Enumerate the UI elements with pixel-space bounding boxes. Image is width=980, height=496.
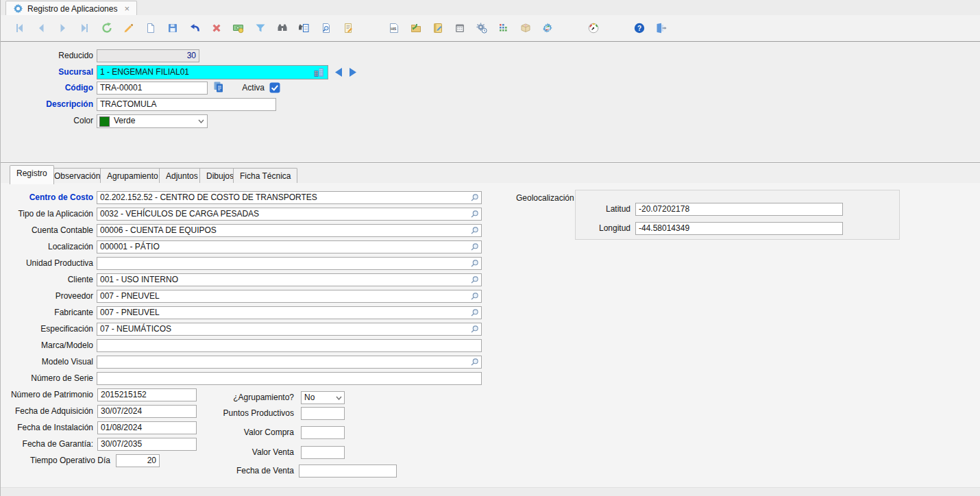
lookup-magnifier-icon[interactable] [470, 210, 479, 219]
color-dropdown[interactable]: Verde [97, 114, 208, 128]
document-tab-title: Registro de Aplicaciones [27, 4, 117, 14]
document-pencil-icon [342, 22, 354, 34]
marca-modelo-label: Marca/Modelo [1, 339, 93, 352]
lookup-magnifier-icon[interactable] [470, 193, 479, 202]
field-row: Número de Serie [1, 372, 494, 386]
delete-button[interactable] [210, 22, 223, 35]
fabricante-field[interactable]: 007 - PNEUVEL [97, 306, 482, 319]
lookup-magnifier-icon[interactable] [470, 292, 479, 301]
activa-checkbox[interactable] [269, 82, 280, 93]
tab-registro[interactable]: Registro [10, 165, 54, 184]
help-button[interactable]: ? [633, 22, 646, 35]
modelo-visual-label: Modelo Visual [1, 356, 93, 369]
lookup-magnifier-icon[interactable] [470, 325, 479, 334]
tab-ficha-tecnica[interactable]: Ficha Técnica [233, 168, 297, 184]
valor-compra-field[interactable] [301, 426, 345, 439]
scheduled-tasks-button[interactable] [475, 22, 488, 35]
tiempo-operativo-field[interactable]: 20 [116, 454, 160, 467]
longitud-label: Longitud [576, 222, 630, 235]
fecha-venta-label: Fecha de Venta [165, 464, 294, 478]
document-tab-registro-aplicaciones[interactable]: Registro de Aplicaciones × [5, 1, 137, 16]
puntos-productivos-label: Puntos Productivos [165, 407, 294, 420]
marca-modelo-field[interactable] [97, 339, 482, 352]
modelo-visual-field[interactable] [97, 356, 482, 369]
edit-button[interactable] [122, 22, 135, 35]
calendar-icon [454, 22, 466, 34]
field-row: Localización 000001 - PÁTIO [1, 240, 494, 255]
new-record-button[interactable] [144, 22, 157, 35]
tab-adjuntos[interactable]: Adjuntos [159, 168, 205, 184]
registro-tabstrip: Registro Observación Agrupamiento Adjunt… [1, 162, 980, 184]
building-icon[interactable] [313, 66, 324, 77]
cuenta-contable-field[interactable]: 00006 - CUENTA DE EQUIPOS [97, 224, 482, 237]
lookup-magnifier-icon[interactable] [470, 358, 479, 367]
lookup-magnifier-icon[interactable] [470, 275, 479, 284]
report-button[interactable] [341, 22, 354, 35]
cliente-field[interactable]: 001 - USO INTERNO [97, 273, 482, 286]
proveedor-label: Proveedor [1, 290, 93, 303]
localizacion-field[interactable]: 000001 - PÁTIO [97, 240, 482, 253]
window-bottom-edge [1, 487, 980, 496]
fecha-instalacion-label: Fecha de Instalación [1, 421, 93, 434]
last-record-button[interactable] [78, 22, 91, 35]
close-icon[interactable]: × [124, 4, 130, 13]
save-button[interactable] [166, 22, 179, 35]
undo-arrow-icon [188, 22, 201, 34]
fecha-venta-field[interactable] [299, 464, 397, 478]
field-row: Centro de Costo 02.202.152.52 - CENTRO D… [1, 191, 494, 206]
longitud-field[interactable]: -44.58014349 [635, 222, 843, 235]
import-folder-button[interactable] [409, 22, 422, 35]
payments-button[interactable] [232, 22, 245, 35]
first-record-button[interactable] [12, 22, 25, 35]
money-icon [232, 22, 245, 34]
lookup-magnifier-icon[interactable] [470, 259, 479, 268]
centro-de-costo-field[interactable]: 02.202.152.52 - CENTRO DE COSTO DE TRANS… [97, 191, 482, 204]
latitud-field[interactable]: -20.07202178 [635, 203, 843, 216]
sucursal-label: Sucursal [1, 66, 93, 79]
process-settings-button[interactable] [541, 22, 554, 35]
tipo-aplicacion-field[interactable]: 0032 - VEHÍCULOS DE CARGA PESADAS [97, 208, 482, 221]
next-record-button[interactable] [56, 22, 69, 35]
svg-text:?: ? [637, 25, 641, 32]
puntos-productivos-field[interactable] [301, 407, 345, 420]
folder-arrow-icon [410, 22, 422, 34]
reducido-field: 30 [97, 49, 199, 62]
codigo-field[interactable]: TRA-00001 [97, 82, 208, 95]
print-preview-button[interactable] [319, 22, 332, 35]
fecha-garantia-label: Fecha de Garantía: [1, 438, 93, 451]
previous-branch-arrow-icon[interactable] [334, 68, 343, 77]
numero-serie-field[interactable] [97, 372, 482, 385]
search-button[interactable] [275, 22, 289, 35]
indicators-button[interactable] [497, 22, 510, 35]
lookup-magnifier-icon[interactable] [470, 226, 479, 235]
sucursal-field[interactable]: 1 - ENGEMAN FILIAL01 [97, 65, 328, 79]
calendar-button[interactable] [453, 22, 466, 35]
unidad-productiva-field[interactable] [97, 257, 482, 270]
advanced-search-button[interactable] [297, 22, 310, 35]
history-button[interactable]: HIS [387, 22, 400, 35]
valor-venta-field[interactable] [301, 446, 345, 459]
indicator-dots-icon [498, 22, 510, 34]
especificacion-field[interactable]: 07 - NEUMÁTICOS [97, 323, 482, 336]
exit-button[interactable] [654, 22, 667, 35]
lookup-magnifier-icon[interactable] [470, 308, 479, 317]
dashboard-gauge-button[interactable] [587, 22, 600, 35]
field-row: Unidad Productiva [1, 257, 494, 271]
lookup-magnifier-icon[interactable] [470, 243, 479, 251]
undo-button[interactable] [188, 22, 201, 35]
field-row: Proveedor 007 - PNEUVEL [1, 290, 494, 304]
log-book-button[interactable] [431, 22, 444, 35]
first-record-icon [13, 22, 25, 34]
registro-tab-panel: Centro de Costo 02.202.152.52 - CENTRO D… [1, 183, 980, 488]
tab-observacion[interactable]: Observación [47, 168, 107, 184]
tab-agrupamiento[interactable]: Agrupamiento [100, 168, 165, 184]
document-tab-bar: Registro de Aplicaciones × [1, 0, 980, 16]
next-branch-arrow-icon[interactable] [349, 68, 357, 77]
proveedor-field[interactable]: 007 - PNEUVEL [97, 290, 482, 303]
stock-package-button[interactable] [519, 22, 532, 35]
previous-record-button[interactable] [34, 22, 47, 35]
descripcion-field[interactable]: TRACTOMULA [97, 98, 276, 111]
numero-patrimonio-label: Número de Patrimonio [1, 388, 93, 401]
filter-button[interactable] [254, 22, 267, 35]
refresh-button[interactable] [100, 22, 113, 35]
